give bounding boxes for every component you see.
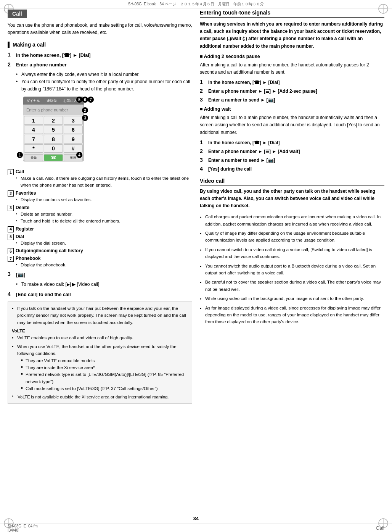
badge-3: 3 — [82, 115, 88, 121]
call-btn[interactable]: ☎ — [44, 154, 63, 161]
key-5[interactable]: 5 — [44, 126, 63, 134]
phone-screen: ダイヤル 連絡先 お気に入り Enter a phone number 1 2 … — [23, 97, 84, 161]
annotation-6-title: Outgoing/Incoming call history — [16, 248, 83, 253]
adding2sec-title: Adding 2 seconds pause — [200, 54, 384, 59]
annotation-3-num: 3 — [8, 205, 14, 211]
key-hash[interactable]: # — [64, 144, 83, 153]
video-call-intro: By using video call, you and the other p… — [200, 188, 384, 210]
phone-number-text: Enter a phone number — [26, 108, 68, 112]
step-2-bullets: Always enter the city code, even when it… — [16, 71, 192, 93]
adding-wait-step1-text: In the home screen, [☎] ► [Dial] — [208, 139, 280, 146]
annotation-7-bullet: Display the phonebook. — [16, 262, 192, 269]
volte-sub-3: Preferred network type is set to [LTE/3G… — [17, 371, 188, 385]
annotation-2-bullet: Display the contacts set as favorites. — [16, 197, 192, 203]
annotation-1-title: Call — [16, 169, 24, 174]
step-2-bullet-1: Always enter the city code, even when it… — [16, 71, 192, 78]
key-2[interactable]: 2 — [44, 116, 63, 125]
step-3-note-item: To make a video call: [▶] ▶ [Video call] — [16, 281, 192, 288]
adding-wait-step3-num: 3 — [200, 157, 207, 163]
annotation-1-bullets: Make a call. Also, if there are outgoing… — [16, 175, 192, 189]
adding-wait-step4-text: [Yes] during the call — [208, 166, 252, 172]
header-bar: SH-03G_E.book 34 ページ ２０１５年４月６日 月曜日 午前１０時… — [0, 0, 392, 8]
annotation-3-bullet-2: Touch and hold it to delete all the ente… — [16, 218, 192, 225]
volte-bullet-1: VoLTE enables you to use call and video … — [12, 334, 188, 341]
page-number: 34 — [193, 516, 199, 521]
adding-wait-step3: 3 Enter a number to send ► [📷] — [200, 157, 384, 164]
call-title-box: Call — [8, 10, 27, 18]
annotation-3-bullet-1: Delete an entered number. — [16, 211, 192, 218]
key-7[interactable]: 7 — [24, 135, 43, 143]
adding-wait-step1: 1 In the home screen, [☎] ► [Dial] — [200, 139, 384, 146]
step-3: 3 [📷] — [8, 271, 192, 279]
entering-intro: When using services in which you are req… — [200, 21, 384, 50]
annotation-7-num: 7 — [8, 256, 14, 262]
step-1-text: In the home screen, [☎] ► [Dial] — [16, 52, 91, 59]
adding2sec-step2-text: Enter a phone number ► [☰] ► [Add 2-sec … — [208, 88, 317, 95]
volte-label: VoLTE — [12, 327, 188, 334]
video-bullet-7: As for image displayed during a video ca… — [200, 305, 384, 326]
step-2-bullet-2: You can set to notify/not to notify the … — [16, 78, 192, 93]
annotation-1: 1 Call Make a call. Also, if there are o… — [8, 169, 192, 189]
video-call-section: Video call By using video call, you and … — [200, 178, 384, 326]
key-9[interactable]: 9 — [64, 135, 83, 143]
video-bullet-3: If you cannot switch to a video call dur… — [200, 246, 384, 260]
volte-sub-2: They are inside the Xi service area* — [17, 364, 188, 371]
register-btn[interactable]: 登録 — [24, 154, 43, 161]
video-bullet-4: You cannot switch the audio output port … — [200, 263, 384, 277]
adding-wait-step2-text: Enter a phone number ► [☰] ► [Add wait] — [208, 148, 300, 155]
annotation-3-bullets: Delete an entered number. Touch and hold… — [16, 211, 192, 225]
volte-asterisk: * VoLTE is not available outside the Xi … — [12, 394, 188, 401]
video-bullet-6: While using video call in the background… — [200, 295, 384, 302]
video-call-title: Video call — [200, 178, 384, 185]
annotation-4: 4 Register — [8, 226, 192, 232]
annotations: 1 Call Make a call. Also, if there are o… — [8, 169, 192, 269]
adding-wait-step4: 4 [Yes] during the call — [200, 166, 384, 172]
notice-box: If you talk on the handset with your hai… — [8, 301, 192, 404]
right-call-label: Call — [376, 525, 384, 531]
volte-sub-4: Call mode setting is set to [VoLTE/3G] (… — [17, 385, 188, 392]
annotation-6: 6 Outgoing/Incoming call history — [8, 248, 192, 254]
annotation-5-bullets: Display the dial screen. — [16, 240, 192, 247]
step-1: 1 In the home screen, [☎] ► [Dial] — [8, 52, 192, 59]
notice-main-bullet: If you talk on the handset with your hai… — [12, 305, 188, 326]
annotation-2-num: 2 — [8, 190, 14, 197]
step-4-text: [End call] to end the call — [16, 291, 71, 298]
video-call-bullets: Call charges and packet communication ch… — [200, 213, 384, 325]
key-0[interactable]: 0 — [44, 144, 63, 153]
badge-2: 2 — [82, 107, 88, 113]
adding2sec-step3-num: 3 — [200, 97, 207, 103]
tab-dial: ダイヤル — [26, 98, 40, 103]
step-1-number: 1 — [8, 52, 14, 58]
volte-bullet-2: When you use VoLTE, the handset and the … — [12, 343, 188, 392]
key-1[interactable]: 1 — [24, 116, 43, 125]
key-3[interactable]: 3 — [64, 116, 83, 125]
annotation-6-num: 6 — [8, 248, 14, 254]
footer-bar: SH-03G_E_04.fm [34/40] Call — [0, 524, 392, 532]
video-bullet-2: Quality of image may differ depending on… — [200, 230, 384, 244]
key-8[interactable]: 8 — [44, 135, 63, 143]
step-3-number: 3 — [8, 271, 14, 277]
adding-wait-desc: After making a call to a main phone numb… — [200, 114, 384, 136]
video-bullet-5: Be careful not to cover the speaker sect… — [200, 279, 384, 293]
footer-page-ref: [34/40] — [8, 528, 19, 532]
annotation-2-bullets: Display the contacts set as favorites. — [16, 197, 192, 203]
adding2sec-step3: 3 Enter a number to send ► [📷] — [200, 97, 384, 103]
annotation-7-bullets: Display the phonebook. — [16, 262, 192, 269]
annotation-1-bullet: Make a call. Also, if there are outgoing… — [16, 175, 192, 189]
badge-6: 6 — [82, 97, 88, 103]
annotation-3: 3 Delete Delete an entered number. Touch… — [8, 205, 192, 225]
step-3-text: [📷] — [16, 271, 25, 279]
phone-number-display: Enter a phone number — [23, 105, 84, 115]
header-text: SH-03G_E.book 34 ページ ２０１５年４月６日 月曜日 午前１０時… — [128, 2, 264, 7]
step-4: 4 [End call] to end the call — [8, 291, 192, 298]
phone-keypad-grid: 1 2 3 4 5 6 7 8 9 * 0 # — [23, 115, 84, 153]
adding2sec-step1-text: In the home screen, [☎] ► [Dial] — [208, 79, 280, 86]
step-2: 2 Enter a phone number — [8, 61, 192, 69]
step-2-text: Enter a phone number — [16, 61, 67, 69]
adding-wait-title: Adding wait — [200, 106, 384, 112]
key-star[interactable]: * — [24, 144, 43, 153]
video-bullet-1: Call charges and packet communication ch… — [200, 213, 384, 227]
annotation-4-num: 4 — [8, 226, 14, 232]
key-6[interactable]: 6 — [64, 126, 83, 134]
key-4[interactable]: 4 — [24, 126, 43, 134]
